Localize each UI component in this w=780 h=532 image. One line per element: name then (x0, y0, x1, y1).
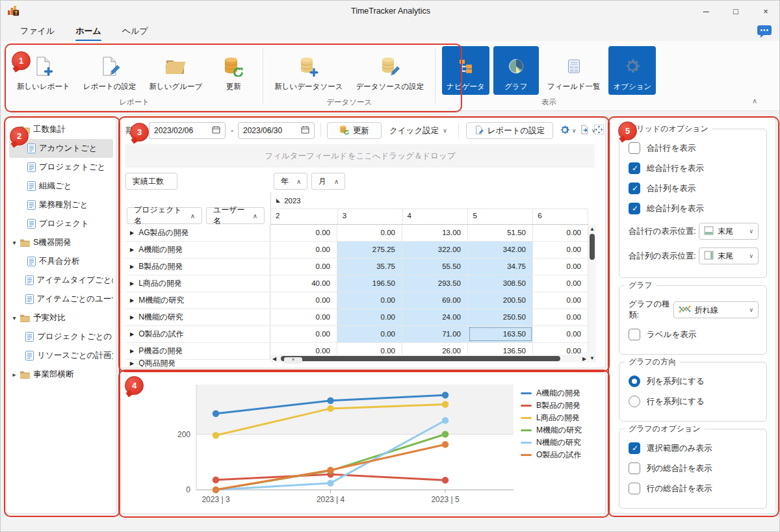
measure-chip[interactable]: 実績工数 (125, 173, 177, 190)
total-column-position-select[interactable]: 末尾 ∨ (699, 247, 759, 264)
row-expander-icon[interactable]: ▶ (130, 348, 134, 354)
pivot-cell[interactable]: 0.00 (533, 225, 588, 241)
row-expander-icon[interactable]: ▶ (130, 331, 134, 337)
pivot-row-header[interactable]: ▶A機能の開発 (125, 242, 270, 258)
pivot-cell[interactable]: 322.00 (402, 242, 468, 258)
pivot-cell[interactable]: 293.50 (402, 275, 468, 292)
checkbox-show-total-rows[interactable]: 合計行を表示 (629, 142, 757, 154)
field-list-toggle-button[interactable]: フィールド一覧 (543, 46, 605, 95)
pivot-cell[interactable]: 0.00 (533, 242, 588, 258)
date-to-input[interactable]: 2023/06/30 (238, 122, 315, 139)
pivot-cell[interactable]: 0.00 (270, 225, 337, 241)
pivot-cell[interactable]: 71.00 (402, 326, 468, 342)
scroll-up-icon[interactable]: ▲ (588, 226, 596, 232)
pivot-cell[interactable]: 342.00 (468, 242, 533, 258)
tree-folder-item[interactable]: ▾S機器開発 (9, 233, 113, 252)
report-settings-button[interactable]: レポートの設定 (466, 122, 553, 139)
quick-settings-dropdown[interactable]: クイック設定 ∨ (389, 122, 447, 139)
checkbox-icon[interactable] (629, 183, 640, 194)
pivot-cell[interactable]: 0.00 (270, 259, 337, 275)
tree-expander-icon[interactable]: ▾ (10, 314, 18, 322)
checkbox-show-column-grand-totals[interactable]: 列の総合計を表示 (629, 462, 757, 474)
pivot-year-header[interactable]: ◣ 2023 (270, 192, 588, 209)
pivot-cell[interactable]: 34.75 (468, 259, 533, 275)
vertical-scrollbar-thumb[interactable] (590, 234, 595, 260)
checkbox-icon[interactable] (629, 442, 640, 454)
menu-home[interactable]: ホーム (68, 23, 109, 40)
menu-file[interactable]: ファイル (12, 23, 62, 40)
tree-report-item[interactable]: 業務種別ごと (9, 196, 113, 214)
pivot-month-header-cell[interactable]: 3 (338, 209, 403, 224)
datasource-settings-button[interactable]: データソースの設定 (351, 46, 428, 95)
checkbox-icon[interactable] (629, 142, 640, 154)
tree-report-item[interactable]: アイテムタイプごとの予実管 (9, 271, 113, 290)
pivot-row-header[interactable]: ▶AG製品の開発 (125, 225, 270, 241)
scroll-left-icon[interactable]: ◀ (270, 356, 278, 362)
pivot-cell[interactable]: 275.25 (337, 242, 402, 258)
row-expander-icon[interactable]: ▶ (130, 314, 134, 320)
tree-report-item[interactable]: 不具合分析 (9, 252, 113, 271)
checkbox-show-grand-total-column[interactable]: 総合計列を表示 (629, 203, 757, 214)
tree-report-item[interactable]: リソースごとの計画負荷状 (9, 346, 113, 365)
checkbox-show-row-grand-totals[interactable]: 行の総合計を表示 (629, 483, 757, 494)
tree-folder-item[interactable]: ▾予実対比 (9, 309, 113, 327)
checkbox-icon[interactable] (629, 203, 640, 214)
pivot-row-header[interactable]: ▶N機能の研究 (125, 309, 270, 325)
close-button[interactable]: × (751, 1, 780, 21)
horizontal-scrollbar[interactable]: ◀ ▶ (270, 355, 588, 362)
checkbox-icon[interactable] (629, 462, 640, 474)
tree-report-item[interactable]: プロジェクトごとのコスト (9, 327, 113, 346)
calendar-icon[interactable] (301, 125, 309, 136)
pivot-cell[interactable]: 35.75 (337, 259, 402, 275)
vertical-scrollbar[interactable]: ▲ ▼ (588, 225, 596, 362)
chart-toggle-button[interactable]: グラフ (493, 46, 539, 95)
row-expander-icon[interactable]: ▶ (130, 230, 134, 236)
year-collapse-icon[interactable]: ◣ (276, 197, 280, 203)
pivot-cell[interactable]: 24.00 (402, 309, 468, 325)
pivot-cell[interactable]: 0.00 (270, 292, 337, 309)
grid-collapse-handle[interactable]: ▾ (284, 357, 302, 364)
pivot-cell[interactable]: 0.00 (270, 309, 337, 325)
pivot-cell[interactable]: 0.00 (533, 326, 588, 342)
column-field-chip-year[interactable]: 年∧ (274, 173, 307, 190)
pivot-cell[interactable]: 40.00 (270, 275, 337, 292)
feedback-bubble-icon[interactable] (757, 25, 772, 40)
checkbox-icon[interactable] (629, 483, 640, 494)
minimize-button[interactable]: ─ (691, 1, 721, 21)
pivot-cell[interactable]: 163.50 (468, 326, 533, 342)
new-report-button[interactable]: 新しいレポート (12, 46, 75, 95)
total-row-position-select[interactable]: 末尾 ∨ (699, 223, 759, 240)
pivot-row-header[interactable]: ▶P機器の開発 (125, 343, 270, 359)
pivot-cell[interactable]: 200.50 (468, 292, 533, 309)
chart-type-select[interactable]: 折れ線 ∨ (673, 301, 759, 318)
checkbox-show-labels[interactable]: ラベルを表示 (629, 329, 757, 340)
filter-drop-zone[interactable]: フィルターフィールドをここへドラッグ＆ドロップ (125, 144, 595, 168)
checkbox-show-total-columns[interactable]: 合計列を表示 (629, 183, 757, 194)
horizontal-scrollbar-thumb[interactable] (281, 356, 560, 361)
pivot-cell[interactable]: 250.50 (468, 309, 533, 325)
pivot-cell[interactable]: 0.00 (337, 225, 402, 241)
scroll-right-icon[interactable]: ▶ (580, 356, 588, 362)
tree-report-item[interactable]: アカウントごと (9, 139, 113, 158)
row-expander-icon[interactable]: ▶ (130, 247, 134, 253)
options-toggle-button[interactable]: オプション (608, 46, 656, 95)
tree-report-item[interactable]: アイテムごとのユーザーの予 (9, 290, 113, 309)
radio-columns-as-series[interactable]: 列を系列にする (629, 375, 757, 387)
pivot-month-header-cell[interactable]: 6 (533, 209, 588, 224)
calendar-icon[interactable] (212, 125, 220, 136)
pivot-row-header[interactable]: ▶O製品の試作 (125, 326, 270, 342)
new-group-button[interactable]: 新しいグループ (144, 46, 207, 95)
checkbox-show-grand-total-row[interactable]: 総合計行を表示 (629, 162, 757, 174)
pivot-cell[interactable]: 0.00 (337, 326, 402, 342)
pivot-month-header-cell[interactable]: 4 (403, 209, 469, 224)
tree-folder-item[interactable]: ▾工数集計 (9, 120, 113, 139)
pivot-cell[interactable]: 0.00 (270, 326, 337, 342)
pivot-cell[interactable]: 196.50 (337, 275, 402, 292)
tree-expander-icon[interactable]: ▾ (10, 126, 18, 133)
pivot-cell[interactable]: 0.00 (337, 309, 402, 325)
scroll-down-icon[interactable]: ▼ (588, 355, 596, 361)
pivot-row-header[interactable]: ▶B製品の開発 (125, 259, 270, 275)
tree-report-item[interactable]: プロジェクト (9, 214, 113, 233)
report-settings-button[interactable]: レポートの設定 (79, 46, 141, 95)
pivot-cell[interactable]: 0.00 (337, 292, 402, 309)
